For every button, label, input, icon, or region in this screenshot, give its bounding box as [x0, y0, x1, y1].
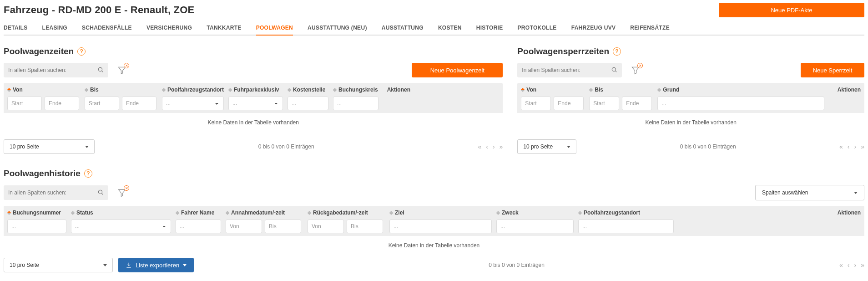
sort-icon[interactable] — [496, 211, 500, 215]
sort-icon[interactable] — [521, 88, 525, 92]
pwz-bis-start[interactable] — [85, 97, 119, 110]
sort-icon[interactable] — [333, 88, 337, 92]
clear-filter-icon: ✕ — [124, 185, 129, 191]
spz-page-size[interactable]: 10 pro Seite — [517, 139, 576, 154]
pwz-filter-reset[interactable]: ✕ — [116, 64, 128, 77]
hist-status[interactable]: ... — [71, 220, 171, 233]
tab-schadensfaelle[interactable]: SCHADENSFÄLLE — [82, 21, 132, 35]
svg-point-3 — [612, 67, 616, 71]
hist-ziel[interactable] — [389, 220, 492, 233]
col-aktionen: Aktionen — [838, 87, 861, 93]
tab-ausstattung-neu[interactable]: AUSSTATTUNG (NEU) — [308, 21, 367, 35]
help-icon[interactable]: ? — [77, 47, 86, 56]
pwz-page-size[interactable]: 10 pro Seite — [4, 139, 95, 154]
hist-fahrer[interactable] — [176, 220, 221, 233]
pwz-fuhrpark-select[interactable]: ... — [228, 97, 283, 110]
tab-historie[interactable]: HISTORIE — [476, 21, 503, 35]
pwz-entries-info: 0 bis 0 von 0 Einträgen — [100, 143, 472, 150]
pwz-kostenstelle[interactable] — [288, 97, 328, 110]
help-icon[interactable]: ? — [613, 47, 621, 56]
spz-bis-ende[interactable] — [622, 97, 652, 110]
sort-icon[interactable] — [7, 211, 11, 215]
pager-prev[interactable]: ‹ — [486, 143, 488, 150]
sort-icon[interactable] — [657, 88, 661, 92]
hist-standort[interactable] — [578, 220, 674, 233]
spz-new-button[interactable]: Neue Sperrzeit — [801, 63, 864, 77]
sort-icon[interactable] — [162, 88, 166, 92]
pager-first[interactable]: « — [839, 261, 843, 269]
tab-protokolle[interactable]: PROTOKOLLE — [518, 21, 557, 35]
sort-icon[interactable] — [228, 88, 232, 92]
help-icon[interactable]: ? — [84, 169, 92, 178]
hist-page-size[interactable]: 10 pro Seite — [4, 258, 113, 272]
hist-columns-label: Spalten auswählen — [762, 189, 808, 196]
tab-poolwagen[interactable]: POOLWAGEN — [256, 21, 293, 35]
pager-last[interactable]: » — [861, 143, 864, 150]
sort-icon[interactable] — [176, 211, 179, 215]
svg-marker-8 — [119, 189, 126, 196]
sort-icon[interactable] — [308, 211, 311, 215]
spz-filter-reset[interactable]: ✕ — [629, 64, 642, 77]
pager-last[interactable]: » — [861, 261, 864, 269]
tab-leasing[interactable]: LEASING — [42, 21, 67, 35]
hist-zweck[interactable] — [496, 220, 574, 233]
sort-icon[interactable] — [7, 88, 11, 92]
spz-von-ende[interactable] — [554, 97, 584, 110]
hist-entries-info: 0 bis 0 von 0 Einträgen — [199, 262, 834, 268]
hist-buchungsnr[interactable] — [7, 220, 66, 233]
new-pdf-button[interactable]: Neue PDF-Akte — [719, 3, 864, 17]
hist-columns-select[interactable]: Spalten auswählen — [755, 185, 864, 200]
sort-icon[interactable] — [589, 88, 593, 92]
pager-first[interactable]: « — [839, 143, 843, 150]
spz-von-start[interactable] — [521, 97, 551, 110]
sort-icon[interactable] — [85, 88, 88, 92]
hist-annahme-von[interactable] — [226, 220, 262, 233]
tab-kosten[interactable]: KOSTEN — [438, 21, 462, 35]
spz-bis-start[interactable] — [589, 97, 619, 110]
clear-filter-icon: ✕ — [124, 63, 129, 68]
col-fahrer: Fahrer Name — [181, 209, 214, 216]
tab-versicherung[interactable]: VERSICHERUNG — [146, 21, 192, 35]
hist-rueckgabe-bis[interactable] — [347, 220, 383, 233]
pager-next[interactable]: › — [854, 143, 857, 150]
hist-filter-reset[interactable]: ✕ — [116, 186, 128, 199]
spz-grund[interactable] — [657, 97, 824, 110]
search-icon — [97, 189, 104, 197]
tab-ausstattung[interactable]: AUSSTATTUNG — [382, 21, 424, 35]
export-button[interactable]: Liste exportieren — [118, 258, 194, 272]
hist-search-input[interactable] — [8, 189, 94, 196]
hist-rueckgabe-von[interactable] — [308, 220, 344, 233]
sort-icon[interactable] — [226, 211, 229, 215]
pwz-von-ende[interactable] — [45, 97, 79, 110]
tab-tankkarte[interactable]: TANKKARTE — [207, 21, 241, 35]
svg-point-6 — [98, 190, 102, 194]
pwz-von-start[interactable] — [7, 97, 42, 110]
chevron-down-icon — [183, 264, 187, 266]
pwz-search-input[interactable] — [8, 67, 94, 73]
svg-line-4 — [616, 71, 617, 72]
pager-prev[interactable]: ‹ — [848, 143, 850, 150]
pwz-search-box[interactable] — [4, 63, 108, 77]
col-annahme: Annahmedatum/-zeit — [231, 209, 285, 216]
tab-details[interactable]: DETAILS — [4, 21, 28, 35]
hist-annahme-bis[interactable] — [265, 220, 301, 233]
sort-icon[interactable] — [389, 211, 393, 215]
pager-next[interactable]: › — [854, 261, 857, 269]
pwz-new-button[interactable]: Neue Poolwagenzeit — [412, 63, 503, 77]
spz-search-box[interactable] — [517, 63, 622, 77]
pwz-bis-ende[interactable] — [122, 97, 156, 110]
spz-search-input[interactable] — [522, 67, 607, 73]
pager-next[interactable]: › — [493, 143, 495, 150]
sort-icon[interactable] — [288, 88, 291, 92]
sort-icon[interactable] — [71, 211, 75, 215]
pager-first[interactable]: « — [478, 143, 481, 150]
pager-prev[interactable]: ‹ — [848, 261, 850, 269]
hist-search-box[interactable] — [4, 185, 108, 200]
pager-last[interactable]: » — [500, 143, 503, 150]
col-von: Von — [13, 87, 23, 93]
pwz-buchungskreis[interactable] — [333, 97, 378, 110]
tab-fahrzeug-uvv[interactable]: FAHRZEUG UVV — [571, 21, 616, 35]
pwz-standort-select[interactable]: ... — [162, 97, 224, 110]
sort-icon[interactable] — [578, 211, 582, 215]
tab-reifensaetze[interactable]: REIFENSÄTZE — [630, 21, 670, 35]
